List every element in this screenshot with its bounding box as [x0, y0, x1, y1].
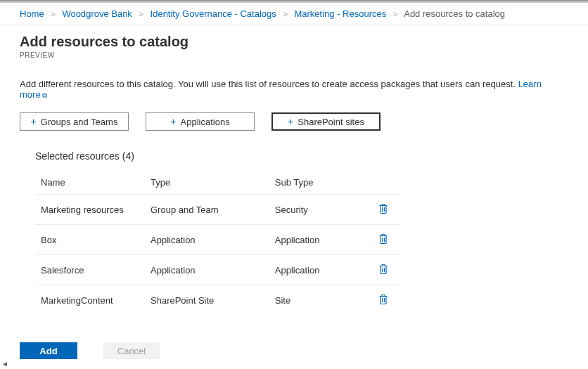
plus-icon: + [170, 117, 176, 127]
trash-icon [378, 203, 388, 214]
chevron-right-icon: > [139, 10, 143, 18]
chevron-right-icon: > [283, 10, 287, 18]
cell-name: Salesforce [35, 255, 145, 285]
plus-icon: + [31, 117, 37, 127]
cell-subtype: Security [269, 195, 372, 225]
breadcrumb-woodgrove[interactable]: Woodgrove Bank [62, 8, 132, 19]
table-row: SalesforceApplicationApplication [35, 255, 401, 285]
selected-resources-title: Selected resources (4) [35, 150, 568, 162]
preview-badge: PREVIEW [20, 51, 568, 59]
add-applications-label: Applications [181, 117, 230, 127]
delete-row-button[interactable] [377, 202, 390, 218]
selected-resources-table: Name Type Sub Type Marketing resourcesGr… [35, 170, 401, 315]
col-subtype-header[interactable]: Sub Type [269, 170, 372, 195]
chevron-right-icon: > [393, 10, 397, 18]
cancel-button[interactable]: Cancel [103, 342, 160, 359]
cell-subtype: Application [269, 255, 372, 285]
trash-icon [378, 264, 388, 275]
chevron-right-icon: > [51, 10, 55, 18]
cell-name: MarketingContent [35, 285, 145, 316]
resource-type-buttons: + Groups and Teams + Applications + Shar… [20, 112, 568, 131]
cell-type: SharePoint Site [145, 285, 269, 316]
scroll-left-icon[interactable]: ◄ [1, 360, 8, 368]
plus-icon: + [288, 117, 293, 127]
description: Add different resources to this catalog.… [20, 79, 568, 100]
cell-name: Box [35, 225, 145, 255]
delete-row-button[interactable] [377, 232, 390, 248]
description-text: Add different resources to this catalog.… [20, 79, 518, 89]
col-type-header[interactable]: Type [145, 170, 269, 195]
cell-type: Application [145, 255, 269, 285]
add-sharepoint-button[interactable]: + SharePoint sites [271, 112, 381, 131]
add-groups-label: Groups and Teams [41, 117, 118, 127]
cell-name: Marketing resources [35, 195, 145, 225]
table-header-row: Name Type Sub Type [35, 170, 401, 195]
main-content: Add resources to catalog PREVIEW Add dif… [0, 25, 588, 315]
delete-row-button[interactable] [377, 292, 390, 309]
add-button[interactable]: Add [20, 342, 77, 359]
table-row: Marketing resourcesGroup and TeamSecurit… [35, 195, 401, 225]
cell-subtype: Application [269, 225, 372, 255]
breadcrumb: Home > Woodgrove Bank > Identity Governa… [0, 3, 588, 25]
breadcrumb-home[interactable]: Home [20, 8, 44, 19]
trash-icon [378, 233, 388, 245]
table-row: BoxApplicationApplication [35, 225, 401, 255]
cell-type: Group and Team [145, 195, 269, 225]
col-actions-header [371, 170, 401, 195]
breadcrumb-marketing[interactable]: Marketing - Resources [294, 8, 386, 19]
breadcrumb-catalogs[interactable]: Identity Governance - Catalogs [151, 8, 276, 19]
trash-icon [378, 294, 388, 305]
add-applications-button[interactable]: + Applications [146, 112, 255, 131]
delete-row-button[interactable] [377, 262, 390, 278]
page-title: Add resources to catalog [20, 34, 568, 50]
cell-subtype: Site [269, 285, 372, 316]
cell-type: Application [145, 225, 269, 255]
footer-actions: Add Cancel [0, 342, 588, 359]
add-sharepoint-label: SharePoint sites [298, 117, 364, 127]
external-link-icon: ⧉ [42, 91, 47, 99]
table-row: MarketingContentSharePoint SiteSite [35, 285, 401, 316]
add-groups-button[interactable]: + Groups and Teams [20, 112, 129, 131]
breadcrumb-current: Add resources to catalog [404, 8, 505, 19]
col-name-header[interactable]: Name [35, 170, 145, 195]
